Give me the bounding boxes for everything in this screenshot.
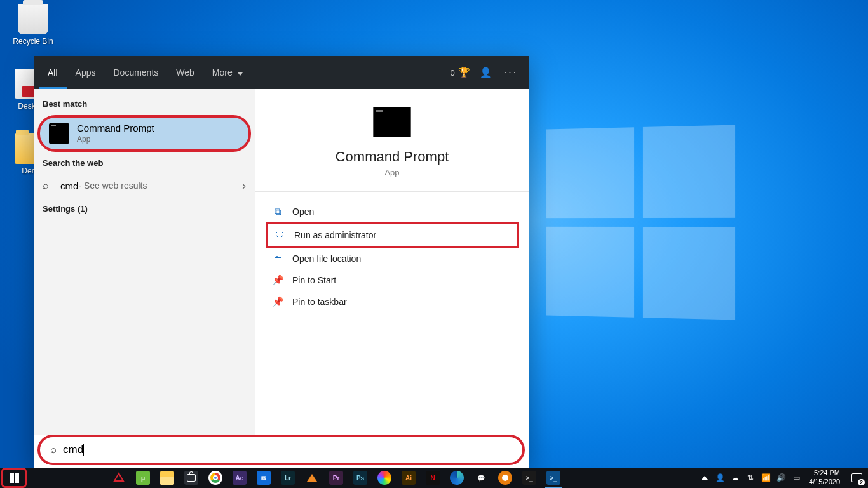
- photoshop-icon: Ps: [353, 471, 367, 485]
- folder-open-icon: 🗀: [272, 253, 283, 264]
- open-icon: ⧉: [272, 206, 283, 217]
- result-title: Command Prompt: [77, 123, 240, 135]
- taskbar-app-mail[interactable]: ✉: [252, 468, 276, 488]
- taskbar-app-terminal[interactable]: >_: [517, 468, 541, 488]
- trophy-icon: 🏆: [458, 67, 470, 78]
- windows-logo-bg: [546, 125, 735, 320]
- result-command-prompt[interactable]: Command Prompt App: [37, 115, 251, 152]
- search-results-column: Best match Command Prompt App Search the…: [34, 89, 255, 435]
- result-search-web[interactable]: ⌕ cmd - See web results ›: [34, 173, 255, 199]
- start-search-panel: All Apps Documents Web More 0 🏆 👤 ··· Be…: [34, 56, 529, 468]
- taskbar-app-vlc[interactable]: [300, 468, 324, 488]
- taskbar-app-utorrent[interactable]: μ: [131, 468, 155, 488]
- preview-title: Command Prompt: [268, 149, 516, 165]
- tab-apps[interactable]: Apps: [67, 56, 105, 89]
- taskbar-clock[interactable]: 5:24 PM 4/15/2020: [804, 469, 845, 487]
- tab-documents[interactable]: Documents: [104, 56, 167, 89]
- search-input-text: cmd: [63, 444, 83, 456]
- search-preview-column: Command Prompt App ⧉ Open 🛡 Run as admin…: [255, 89, 529, 435]
- section-header-settings[interactable]: Settings (1): [34, 199, 255, 219]
- notifications-button[interactable]: 2: [845, 468, 868, 488]
- account-button[interactable]: 👤: [473, 60, 498, 85]
- action-pin-to-taskbar[interactable]: 📌 Pin to taskbar: [266, 291, 519, 313]
- lightroom-icon: Lr: [281, 471, 295, 485]
- mail-icon: ✉: [257, 471, 271, 485]
- utorrent-icon: μ: [136, 471, 150, 485]
- davinci-icon: [377, 471, 391, 485]
- illustrator-icon: Ai: [402, 471, 416, 485]
- after-effects-icon: Ae: [233, 471, 247, 485]
- taskbar-app-photoshop[interactable]: Ps: [348, 468, 372, 488]
- notification-badge: 2: [858, 479, 865, 485]
- taskbar-app-blender[interactable]: [493, 468, 517, 488]
- clock-time: 5:24 PM: [809, 469, 840, 478]
- taskbar-app-lightroom[interactable]: Lr: [276, 468, 300, 488]
- clock-date: 4/15/2020: [809, 478, 840, 487]
- comodo-icon: [112, 471, 126, 485]
- taskbar-app-powershell[interactable]: >_: [541, 468, 566, 488]
- recycle-bin-icon: [18, 4, 48, 34]
- preview-subtitle: App: [268, 168, 516, 177]
- tray-people-icon[interactable]: 👤: [712, 468, 728, 488]
- command-prompt-icon-large: [373, 107, 411, 137]
- tab-more[interactable]: More: [203, 56, 252, 89]
- tray-battery-icon[interactable]: ▭: [789, 468, 804, 488]
- chrome-icon: [208, 471, 222, 485]
- desktop-icon-label: Recycle Bin: [8, 37, 58, 46]
- more-options-button[interactable]: ···: [498, 60, 524, 85]
- section-header-best-match: Best match: [34, 94, 255, 114]
- tray-overflow-button[interactable]: [697, 468, 712, 488]
- desktop-icon-recycle-bin[interactable]: Recycle Bin: [8, 4, 58, 46]
- microsoft-store-icon: [184, 471, 198, 485]
- rewards-button[interactable]: 0 🏆: [447, 60, 473, 85]
- taskbar-app-chrome[interactable]: [203, 468, 227, 488]
- action-run-as-administrator[interactable]: 🛡 Run as administrator: [266, 222, 519, 248]
- system-tray: 👤 ☁ ⇅ 📶 🔊 ▭ 5:24 PM 4/15/2020 2: [697, 468, 868, 488]
- taskbar-app-illustrator[interactable]: Ai: [397, 468, 421, 488]
- taskbar-app-netflix[interactable]: N: [421, 468, 445, 488]
- search-icon: ⌕: [50, 444, 57, 456]
- powershell-icon: >_: [546, 471, 560, 485]
- chat-icon: 💬: [474, 471, 488, 485]
- command-prompt-icon: [49, 123, 69, 144]
- chevron-right-icon: ›: [242, 179, 246, 193]
- section-header-search-web: Search the web: [34, 153, 255, 173]
- taskbar-app-edge[interactable]: [445, 468, 469, 488]
- search-icon: ⌕: [43, 180, 60, 191]
- vlc-icon: [305, 471, 319, 485]
- windows-icon: [10, 473, 19, 483]
- person-icon: 👤: [480, 67, 492, 78]
- tab-web[interactable]: Web: [167, 56, 203, 89]
- taskbar-app-microsoft-store[interactable]: [179, 468, 203, 488]
- action-pin-to-start[interactable]: 📌 Pin to Start: [266, 269, 519, 291]
- taskbar-app-after-effects[interactable]: Ae: [227, 468, 252, 488]
- file-explorer-icon: [160, 471, 174, 485]
- tab-all[interactable]: All: [39, 56, 67, 89]
- result-subtitle: App: [77, 135, 240, 144]
- search-panel-header: All Apps Documents Web More 0 🏆 👤 ···: [34, 56, 529, 89]
- chevron-down-icon: [238, 72, 243, 76]
- chevron-up-icon: [702, 476, 708, 480]
- start-button[interactable]: [1, 468, 27, 488]
- tray-onedrive-icon[interactable]: ☁: [728, 468, 743, 488]
- taskbar: μAe✉LrPrPsAiN💬>_>_ 👤 ☁ ⇅ 📶 🔊 ▭ 5:24 PM 4…: [0, 468, 868, 488]
- pin-icon: 📌: [272, 274, 283, 286]
- taskbar-app-premiere[interactable]: Pr: [324, 468, 348, 488]
- action-open-file-location[interactable]: 🗀 Open file location: [266, 248, 519, 269]
- netflix-icon: N: [426, 471, 440, 485]
- tray-volume-icon[interactable]: 🔊: [773, 468, 789, 488]
- tray-wifi-icon[interactable]: 📶: [758, 468, 773, 488]
- edge-icon: [450, 471, 464, 485]
- blender-icon: [498, 471, 512, 485]
- search-box[interactable]: ⌕ cmd: [37, 435, 525, 465]
- taskbar-app-file-explorer[interactable]: [155, 468, 179, 488]
- taskbar-app-davinci[interactable]: [372, 468, 397, 488]
- tray-network-icon[interactable]: ⇅: [743, 468, 758, 488]
- taskbar-app-comodo[interactable]: [107, 468, 131, 488]
- action-open[interactable]: ⧉ Open: [266, 201, 519, 222]
- taskbar-app-chat[interactable]: 💬: [469, 468, 493, 488]
- terminal-icon: >_: [522, 471, 536, 485]
- premiere-icon: Pr: [329, 471, 343, 485]
- pin-icon: 📌: [272, 296, 283, 308]
- shield-icon: 🛡: [274, 229, 285, 241]
